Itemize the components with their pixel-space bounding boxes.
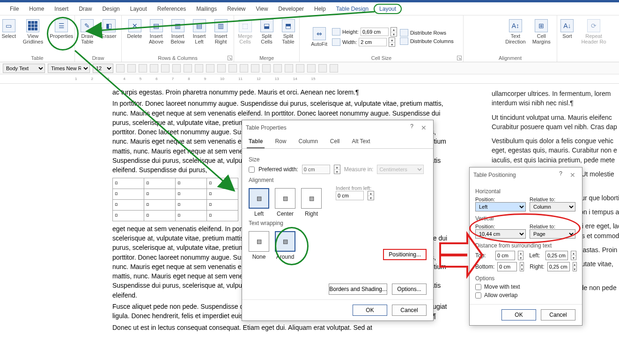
autofit-button[interactable]: ⇔AutoFit [309,26,329,48]
width-spinner[interactable]: ▲▼ [389,37,395,47]
table-cell[interactable]: ¤ [176,210,207,221]
sort-button[interactable]: A↓Sort [558,18,576,40]
help-icon[interactable]: ? [410,123,413,132]
ok-button[interactable]: OK [501,309,536,320]
menu-developer[interactable]: Developer [273,4,309,14]
align-center-option[interactable]: ▤ [275,188,295,209]
eraser-button[interactable]: ◧Eraser [99,18,118,40]
menu-layout[interactable]: Layout [125,4,152,14]
qat-icon[interactable] [307,64,316,73]
height-spinner[interactable]: ▲▼ [391,27,397,36]
insert-below-button[interactable]: ▥Insert Below [169,18,187,45]
cell-margins-button[interactable]: ⊞Cell Margins [531,18,553,45]
qat-icon[interactable] [127,64,136,73]
menu-home[interactable]: Home [24,4,49,14]
table-cell[interactable]: ¤ [113,178,144,189]
table-cell[interactable]: ¤ [207,199,238,210]
bottom-input[interactable] [497,262,517,271]
qat-icon[interactable] [195,64,203,73]
align-br-button[interactable] [490,41,500,50]
qat-icon[interactable] [228,64,237,73]
qat-icon[interactable] [262,64,271,73]
menu-insert[interactable]: Insert [49,4,74,14]
right-spinner[interactable]: ▲▼ [573,262,577,271]
table-cell[interactable]: ¤ [113,199,144,210]
allow-overlap-checkbox[interactable] [475,292,481,298]
positioning-button[interactable]: Positioning... [383,249,427,260]
insert-right-button[interactable]: ▥Insert Right [212,18,230,45]
right-input[interactable] [547,262,570,271]
table-cell[interactable]: ¤ [144,178,176,189]
menu-view[interactable]: View [251,4,273,14]
qat-icon[interactable] [251,64,259,73]
menu-references[interactable]: References [152,4,191,14]
tab-row[interactable]: Row [273,135,288,148]
cellsize-launcher-icon[interactable]: ↘ [457,56,462,60]
cancel-button[interactable]: Cancel [392,305,427,316]
preferred-width-checkbox[interactable] [249,167,255,173]
borders-shading-button[interactable]: Borders and Shading... [329,284,387,295]
qat-icon[interactable] [217,64,226,73]
style-select[interactable]: Body Text [3,64,45,73]
qat-icon[interactable] [273,64,282,73]
wrap-around-option[interactable]: ▤ [275,231,295,252]
vpos-select[interactable]: 10,44 cm [475,229,526,239]
tab-cell[interactable]: Cell [328,135,342,148]
draw-table-button[interactable]: ✎Draw Table [78,18,96,45]
top-input[interactable] [495,251,515,260]
distribute-cols-button[interactable]: Distribute Columns [400,37,454,45]
align-bl-button[interactable] [468,41,477,50]
left-spinner[interactable]: ▲▼ [571,251,576,260]
options-button[interactable]: Options... [392,284,427,295]
qat-icon[interactable] [285,64,293,73]
align-tr-button[interactable] [490,18,500,28]
view-gridlines-button[interactable]: View Gridlines [21,18,45,45]
tab-column[interactable]: Column [296,135,319,148]
align-tl-button[interactable] [468,18,477,28]
menu-table-design[interactable]: Table Design [331,4,374,14]
qat-icon[interactable] [240,64,248,73]
select-button[interactable]: ▭Select [0,18,18,40]
align-mr-button[interactable] [490,29,500,39]
left-input[interactable] [545,251,568,260]
menu-table-layout[interactable]: Layout [374,4,402,14]
qat-icon[interactable] [296,64,304,73]
table-cell[interactable]: ¤ [176,199,207,210]
align-ml-button[interactable] [468,29,477,39]
insert-left-button[interactable]: ▤Insert Left [190,18,209,45]
table-cell[interactable]: ¤ [113,210,144,221]
move-with-text-checkbox[interactable] [475,284,481,290]
bottom-spinner[interactable]: ▲▼ [520,262,524,271]
table-cell[interactable]: ¤ [176,189,207,199]
table-cell[interactable]: ¤ [144,189,176,199]
menu-design[interactable]: Design [97,4,125,14]
indent-spinner[interactable]: ▲▼ [368,191,374,200]
align-right-option[interactable]: ▤ [301,188,322,209]
split-cells-button[interactable]: ⬓Split Cells [258,18,276,45]
text-direction-button[interactable]: A↕Text Direction [503,18,527,45]
wrap-none-option[interactable]: ▤ [249,231,269,252]
help-icon[interactable]: ? [559,170,562,180]
menu-help[interactable]: Help [309,4,331,14]
table-cell[interactable]: ¤ [144,210,176,221]
table-cell[interactable]: ¤ [207,210,238,221]
menu-draw[interactable]: Draw [74,4,97,14]
rows-launcher-icon[interactable]: ↘ [228,56,232,60]
height-input[interactable] [361,28,389,36]
align-mc-button[interactable] [479,29,488,39]
insert-above-button[interactable]: ▤Insert Above [147,18,166,45]
qat-icon[interactable] [206,64,214,73]
cancel-button[interactable]: Cancel [541,309,575,320]
document-table[interactable]: ¤¤¤¤ ¤¤¤¤ ¤¤¤¤ ¤¤¤¤ [112,178,238,221]
table-cell[interactable]: ¤ [113,189,144,199]
properties-button[interactable]: ☰Properties [48,18,75,40]
table-cell[interactable]: ¤ [207,189,238,199]
menu-mailings[interactable]: Mailings [191,4,222,14]
align-left-option[interactable]: ▤ [249,188,269,209]
qat-icon[interactable] [150,64,158,73]
align-tc-button[interactable] [479,18,488,28]
distribute-rows-button[interactable]: Distribute Rows [400,29,454,36]
vrel-select[interactable]: Page [530,229,575,239]
menu-file[interactable]: File [5,4,24,14]
qat-icon[interactable] [184,64,192,73]
